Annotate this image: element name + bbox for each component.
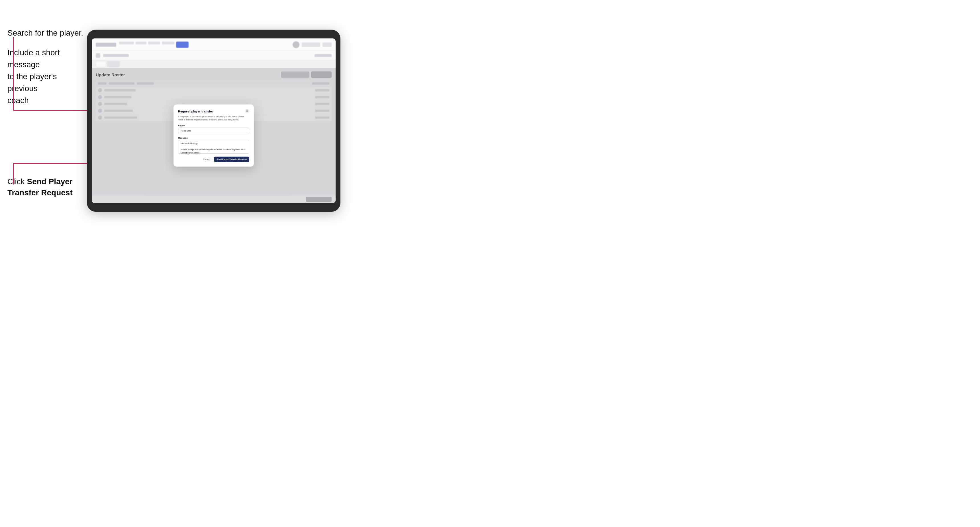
cancel-button[interactable]: Cancel bbox=[201, 157, 212, 162]
annotation-search: Search for the player. bbox=[7, 27, 83, 38]
annotation-message: Include a short messageto the player's p… bbox=[7, 47, 84, 106]
tablet-screen: Update Roster bbox=[92, 38, 336, 203]
modal-overlay: Request player transfer ✕ If the player … bbox=[92, 68, 336, 203]
message-field-label: Message bbox=[178, 137, 249, 139]
player-field-label: Player bbox=[178, 124, 249, 127]
sub-header bbox=[92, 51, 336, 60]
modal-title: Request player transfer bbox=[178, 110, 213, 113]
annotation-click-bold: Send PlayerTransfer Request bbox=[7, 177, 73, 197]
modal-description: If the player is transferring from anoth… bbox=[178, 115, 249, 122]
annotation-click: Click Send PlayerTransfer Request bbox=[7, 176, 73, 198]
request-transfer-modal: Request player transfer ✕ If the player … bbox=[173, 105, 254, 167]
send-transfer-request-button[interactable]: Send Player Transfer Request bbox=[214, 157, 249, 162]
main-content: Update Roster bbox=[92, 68, 336, 203]
app-header bbox=[92, 38, 336, 51]
player-input[interactable]: Rees Britt bbox=[178, 127, 249, 134]
app-logo bbox=[96, 43, 116, 47]
modal-header: Request player transfer ✕ bbox=[178, 109, 249, 113]
tabs-bar bbox=[92, 60, 336, 68]
modal-footer: Cancel Send Player Transfer Request bbox=[178, 157, 249, 162]
tablet-frame: Update Roster bbox=[87, 30, 340, 212]
modal-close-button[interactable]: ✕ bbox=[245, 109, 249, 113]
message-textarea[interactable]: Hi Coach McHarg,Please accept this trans… bbox=[178, 140, 249, 154]
